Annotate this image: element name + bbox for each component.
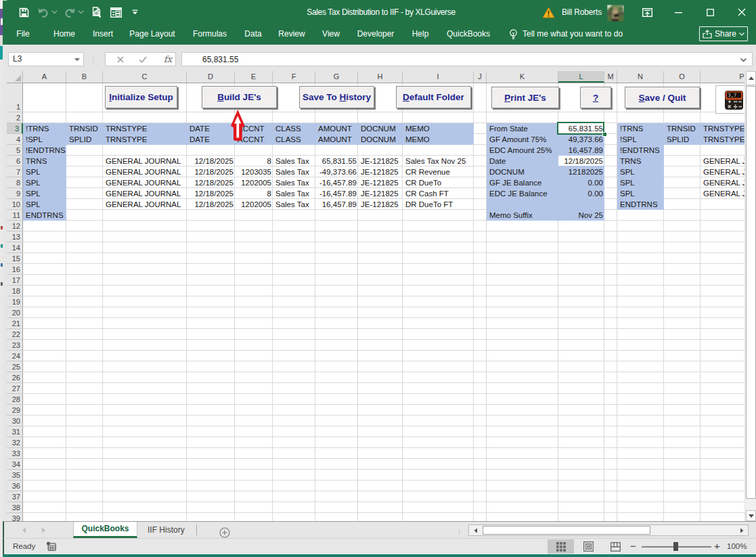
warning-icon[interactable] xyxy=(541,0,556,24)
horizontal-scrollbar[interactable] xyxy=(468,525,749,536)
scroll-down-icon[interactable] xyxy=(746,510,756,521)
cell-F9[interactable]: Sales Tax xyxy=(273,188,315,199)
row-header-36[interactable]: 36 xyxy=(7,481,23,491)
scrollbar-resize-handle[interactable]: ⋮ xyxy=(456,523,462,539)
column-header-O[interactable]: O xyxy=(664,71,701,83)
insert-function-icon[interactable]: fx xyxy=(161,53,175,66)
row-header-4[interactable]: 4 xyxy=(7,134,23,145)
row-header-26[interactable]: 26 xyxy=(7,372,23,383)
cell-K4[interactable]: GF Amount 75% xyxy=(487,134,558,145)
horizontal-scroll-thumb[interactable] xyxy=(483,526,650,535)
row-header-17[interactable]: 17 xyxy=(7,275,23,286)
cell-F8[interactable]: Sales Tax xyxy=(273,177,315,188)
cell-E10[interactable]: 1202005 xyxy=(235,199,273,210)
cell-P9[interactable]: GENERAL JOURNAL xyxy=(701,188,744,199)
column-header-G[interactable]: G xyxy=(315,71,358,83)
tell-me-box[interactable]: Tell me what you want to do xyxy=(522,24,623,45)
cell-C7[interactable]: GENERAL JOURNAL xyxy=(103,166,187,177)
save-to-history-button[interactable]: Save To History xyxy=(299,86,374,108)
column-header-N[interactable]: N xyxy=(617,71,664,83)
column-header-J[interactable]: J xyxy=(474,71,487,83)
cell-K9[interactable]: EDC JE Balance xyxy=(487,188,558,199)
cell-A9[interactable]: SPL xyxy=(23,188,66,199)
cell-D6[interactable]: 12/18/2025 xyxy=(187,156,235,166)
cell-P7[interactable]: GENERAL JOURNAL xyxy=(701,166,744,177)
cell-O4[interactable]: SPLID xyxy=(664,134,701,145)
vertical-scrollbar[interactable] xyxy=(744,71,756,521)
cell-B4[interactable]: SPLID xyxy=(66,134,103,145)
cell-H10[interactable]: JE-121825 xyxy=(358,199,403,210)
fill-handle[interactable] xyxy=(602,132,607,137)
cell-C3[interactable]: TRNSTYPE xyxy=(103,123,187,134)
row-header-7[interactable]: 7 xyxy=(7,166,23,177)
row-header-19[interactable]: 19 xyxy=(7,296,23,307)
cell-O3[interactable]: TRNSID xyxy=(664,123,701,134)
ribbon-tab-page-layout[interactable]: Page Layout xyxy=(129,24,175,45)
cell-F7[interactable]: Sales Tax xyxy=(273,166,315,177)
cell-C8[interactable]: GENERAL JOURNAL xyxy=(103,177,187,188)
cell-I10[interactable]: DR DueTo FT xyxy=(403,199,474,210)
cell-G8[interactable]: -16,457.89 xyxy=(315,177,358,188)
row-header-3[interactable]: 3 xyxy=(7,123,23,134)
cell-D9[interactable]: 12/18/2025 xyxy=(187,188,235,199)
scroll-left-icon[interactable] xyxy=(472,527,479,534)
cell-L5[interactable]: 16,457.89 xyxy=(558,145,604,156)
sheet-tab-quickbooks[interactable]: QuickBooks xyxy=(73,522,137,538)
build-jes-button[interactable]: Build JE's xyxy=(202,86,277,108)
row-header-1[interactable]: 1 xyxy=(7,83,23,112)
cell-G9[interactable]: -16,457.89 xyxy=(315,188,358,199)
cell-F4[interactable]: CLASS xyxy=(273,134,315,145)
share-button[interactable]: Share xyxy=(699,26,748,41)
cell-A8[interactable]: SPL xyxy=(23,177,66,188)
minimize-button[interactable] xyxy=(667,0,690,24)
help-button[interactable]: ? xyxy=(580,87,611,108)
row-header-16[interactable]: 16 xyxy=(7,264,23,275)
ribbon-tab-formulas[interactable]: Formulas xyxy=(193,24,227,45)
cell-A11[interactable]: ENDTRNS xyxy=(23,210,66,221)
cell-G4[interactable]: AMOUNT xyxy=(315,134,358,145)
row-header-15[interactable]: 15 xyxy=(7,253,23,264)
cell-K8[interactable]: GF JE Balance xyxy=(487,177,558,188)
ribbon-tab-insert[interactable]: Insert xyxy=(93,24,113,45)
cell-F6[interactable]: Sales Tax xyxy=(273,156,315,166)
sheet-nav-right-icon[interactable] xyxy=(41,522,46,538)
cell-K3[interactable]: From State xyxy=(487,123,558,134)
cell-G3[interactable]: AMOUNT xyxy=(315,123,358,134)
column-header-F[interactable]: F xyxy=(273,71,315,83)
ribbon-tab-quickbooks[interactable]: QuickBooks xyxy=(447,24,490,45)
zoom-slider-thumb[interactable] xyxy=(673,542,678,551)
row-header-25[interactable]: 25 xyxy=(7,361,23,372)
cell-E7[interactable]: 1203035 xyxy=(235,166,273,177)
cell-N9[interactable]: SPL xyxy=(617,188,664,199)
enter-formula-icon[interactable] xyxy=(137,53,149,66)
row-header-24[interactable]: 24 xyxy=(7,351,23,361)
row-header-29[interactable]: 29 xyxy=(7,405,23,416)
print-jes-button[interactable]: Print JE's xyxy=(491,87,559,108)
cell-F10[interactable]: Sales Tax xyxy=(273,199,315,210)
row-header-6[interactable]: 6 xyxy=(7,156,23,166)
cell-H7[interactable]: JE-121825 xyxy=(358,166,403,177)
cell-K11[interactable]: Memo Suffix xyxy=(487,210,558,221)
cell-C4[interactable]: TRNSTYPE xyxy=(103,134,187,145)
row-header-37[interactable]: 37 xyxy=(7,491,23,502)
select-all-corner[interactable] xyxy=(7,71,23,83)
column-header-I[interactable]: I xyxy=(403,71,474,83)
column-header-B[interactable]: B xyxy=(66,71,103,83)
cell-L8[interactable]: 0.00 xyxy=(558,177,604,188)
column-header-P[interactable]: P xyxy=(701,71,744,83)
scroll-right-icon[interactable] xyxy=(738,527,745,534)
row-header-35[interactable]: 35 xyxy=(7,470,23,481)
cell-N4[interactable]: !SPL xyxy=(617,134,664,145)
cancel-formula-icon[interactable] xyxy=(114,53,127,66)
name-box-dropdown-icon[interactable] xyxy=(74,58,80,62)
cell-D8[interactable]: 12/18/2025 xyxy=(187,177,235,188)
cell-B3[interactable]: TRNSID xyxy=(66,123,103,134)
row-header-18[interactable]: 18 xyxy=(7,286,23,296)
column-header-C[interactable]: C xyxy=(103,71,187,83)
cell-N3[interactable]: !TRNS xyxy=(617,123,664,134)
cell-C6[interactable]: GENERAL JOURNAL xyxy=(103,156,187,166)
normal-view-icon[interactable] xyxy=(548,539,574,554)
row-header-27[interactable]: 27 xyxy=(7,383,23,394)
ribbon-display-options-icon[interactable] xyxy=(636,0,659,24)
print-preview-icon[interactable] xyxy=(89,0,105,24)
